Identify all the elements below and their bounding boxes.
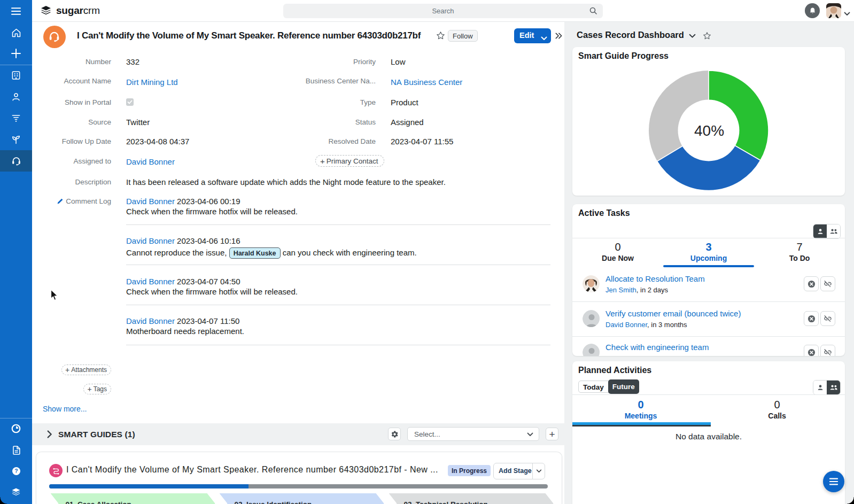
svg-text:?: ?: [14, 468, 18, 474]
svg-text:40%: 40%: [694, 122, 724, 139]
